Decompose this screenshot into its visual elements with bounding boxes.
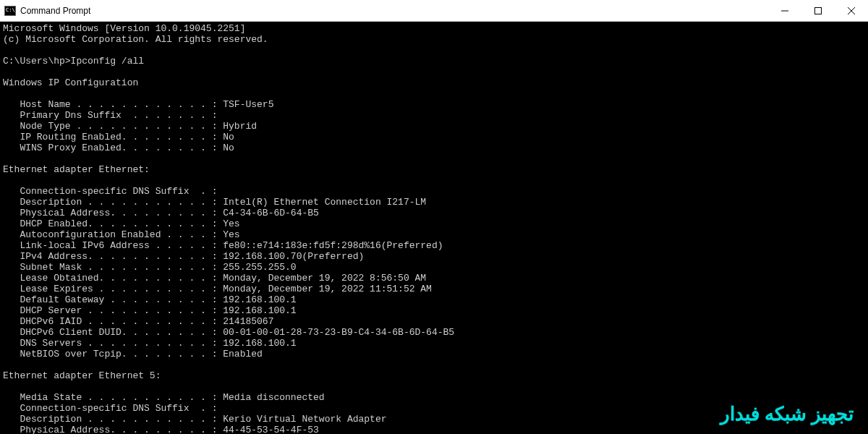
watermark-text: تجهیز شبکه فیدار [720,409,854,420]
close-button[interactable] [835,0,868,22]
window-title: Command Prompt [20,6,90,16]
command-prompt-window: C:\ Command Prompt Microsoft Windows [Ve… [0,0,868,434]
window-controls [768,0,868,21]
terminal-text: Microsoft Windows [Version 10.0.19045.22… [3,23,865,434]
minimize-button[interactable] [768,0,801,22]
maximize-button[interactable] [801,0,835,22]
titlebar-left: C:\ Command Prompt [0,6,90,16]
svg-rect-1 [815,8,822,14]
titlebar[interactable]: C:\ Command Prompt [0,0,868,22]
terminal-output[interactable]: Microsoft Windows [Version 10.0.19045.22… [0,22,868,434]
cmd-icon: C:\ [4,6,16,16]
